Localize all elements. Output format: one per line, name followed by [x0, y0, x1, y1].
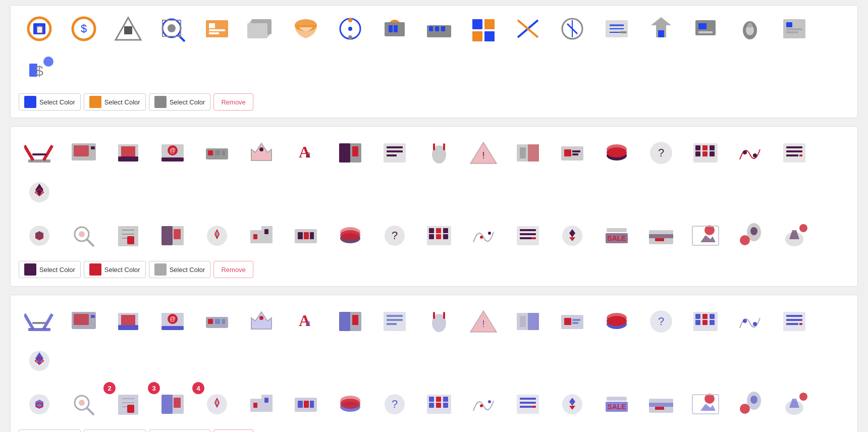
svg-rect-95: [572, 150, 580, 152]
svg-rect-156: [520, 233, 536, 235]
icon-cell: [685, 218, 726, 254]
svg-rect-79: [352, 146, 358, 156]
icon-cell: [19, 343, 60, 379]
remove-button-bottom[interactable]: Remove: [213, 429, 253, 432]
icon-cell: [685, 303, 726, 340]
icon-cell: [640, 386, 682, 422]
color-select-2-top[interactable]: Select Color: [84, 93, 146, 111]
color-select-1-bottom[interactable]: Select Color: [19, 429, 81, 432]
svg-rect-24: [394, 25, 398, 32]
badge-2: 2: [103, 382, 116, 394]
svg-rect-81: [387, 146, 403, 148]
svg-point-228: [753, 322, 757, 326]
color-controls-middle: Select Color Select Color Select Color R…: [19, 261, 849, 278]
svg-rect-189: [208, 319, 213, 324]
svg-point-240: [79, 400, 85, 406]
svg-rect-200: [387, 319, 403, 321]
svg-rect-214: [572, 322, 578, 324]
icon-cell: [507, 386, 549, 422]
icon-cell: [774, 135, 815, 171]
svg-rect-64: [121, 146, 135, 156]
color-select-2-bottom[interactable]: Select Color: [84, 429, 146, 432]
svg-rect-198: [384, 312, 406, 331]
svg-rect-113: [786, 150, 802, 152]
svg-rect-273: [520, 398, 536, 400]
icon-cell: [507, 135, 549, 171]
color-select-2-middle[interactable]: Select Color: [84, 261, 146, 278]
svg-rect-111: [783, 143, 805, 163]
svg-rect-177: [32, 322, 46, 324]
svg-rect-146: [429, 228, 434, 233]
icon-cell: [196, 135, 238, 171]
svg-rect-106: [702, 151, 708, 156]
icon-cell: [285, 11, 327, 47]
remove-button-top[interactable]: Remove: [213, 93, 253, 111]
svg-rect-72: [215, 150, 220, 155]
svg-rect-130: [174, 229, 181, 239]
svg-rect-85: [433, 143, 435, 150]
icon-cell: [107, 303, 149, 340]
svg-point-227: [743, 319, 747, 323]
color-select-1-middle[interactable]: Select Color: [19, 261, 81, 278]
svg-rect-69: [161, 157, 184, 161]
icon-cell: [507, 303, 549, 340]
svg-rect-78: [339, 143, 350, 163]
color-select-1-top[interactable]: Select Color: [19, 93, 81, 111]
svg-rect-204: [443, 312, 445, 319]
select-color-label: Select Color: [170, 98, 205, 106]
svg-rect-209: [528, 313, 539, 330]
icon-cell: [107, 11, 149, 47]
svg-point-19: [348, 27, 352, 31]
svg-point-192: [259, 316, 263, 320]
icon-cell: [330, 11, 371, 47]
svg-rect-233: [799, 323, 802, 325]
color-select-3-top[interactable]: Select Color: [149, 93, 211, 111]
icon-cell: [19, 303, 60, 340]
svg-rect-139: [310, 232, 314, 239]
icon-cell: [552, 386, 593, 422]
svg-line-239: [87, 408, 94, 415]
icon-cell: [330, 135, 371, 171]
color-dot-1: [24, 263, 36, 276]
svg-rect-279: [607, 397, 627, 401]
svg-rect-269: [443, 403, 448, 408]
icon-cell: [285, 218, 327, 254]
icon-cell: [19, 135, 60, 171]
svg-rect-58: [42, 145, 53, 161]
svg-text:$: $: [81, 22, 87, 35]
svg-text:!: !: [216, 231, 218, 239]
color-select-3-bottom[interactable]: Select Color: [149, 429, 211, 432]
svg-rect-257: [310, 401, 314, 408]
svg-rect-176: [42, 313, 53, 330]
svg-rect-213: [572, 319, 580, 321]
svg-point-9: [168, 24, 176, 32]
icon-cell: [463, 11, 504, 47]
badge-4: 4: [192, 382, 204, 394]
svg-rect-221: [695, 314, 700, 319]
icon-cell: [418, 386, 460, 422]
icon-cell: Aa: [285, 135, 327, 171]
svg-rect-274: [520, 402, 536, 404]
svg-rect-65: [118, 156, 138, 161]
svg-text:$: $: [35, 63, 43, 79]
icon-cell: [507, 11, 549, 47]
icon-cell: [418, 303, 460, 340]
svg-point-20: [348, 18, 352, 22]
icon-cell: [596, 303, 637, 340]
svg-text:📋: 📋: [35, 25, 44, 34]
icon-cell: [640, 218, 682, 254]
icon-cell: $: [19, 50, 60, 86]
svg-rect-96: [572, 153, 578, 155]
select-color-label: Select Color: [170, 266, 205, 274]
select-color-label: Select Color: [39, 266, 75, 274]
select-color-label: Select Color: [104, 98, 140, 106]
icon-cell: [63, 303, 104, 340]
svg-point-170: [750, 227, 757, 235]
color-select-3-middle[interactable]: Select Color: [149, 261, 211, 278]
svg-rect-248: [174, 398, 181, 408]
svg-text:SALE: SALE: [607, 234, 626, 242]
top-color-scheme-section: 📋 $: [10, 5, 858, 118]
svg-text:a: a: [306, 317, 310, 328]
remove-button-middle[interactable]: Remove: [213, 261, 253, 278]
svg-rect-166: [655, 238, 664, 241]
